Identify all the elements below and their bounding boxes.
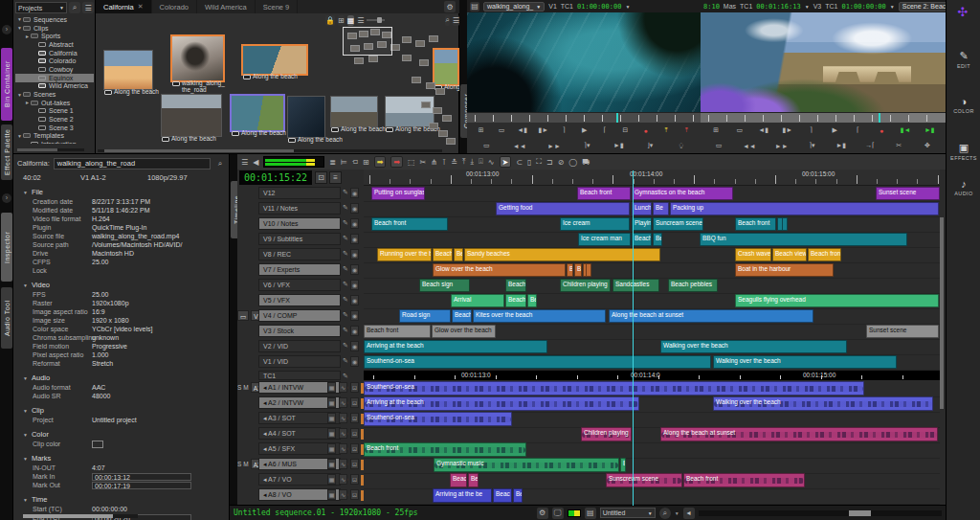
timeline-vscrollbar[interactable] [940,217,944,409]
timeline-clip[interactable]: Getting food [496,202,630,215]
toggle-display-icon[interactable]: ▭ [497,126,506,134]
display-chip-icon[interactable]: ▤ [585,508,596,519]
keyframe-icon[interactable]: ⊡ [350,428,359,439]
collapse-triangle-icon[interactable]: ▼ [23,497,28,503]
timeline-clip[interactable]: Be [527,294,537,307]
to-bottom-icon[interactable]: ⤓ [470,157,474,167]
track-monitor-icon[interactable]: ◉ [350,249,359,260]
timeline-clip[interactable]: Sandcastles [612,279,659,292]
clip-thumbnail[interactable]: Along the beach [287,96,325,138]
search-icon[interactable]: ⌕ [69,2,80,13]
mini-thumbnail[interactable] [402,36,412,43]
track-name-v2[interactable]: V2 / VID [258,340,341,352]
timeline-clip[interactable]: Kites over the beach [473,309,606,323]
timeline-timecode[interactable]: 00:01:15:22 [239,170,312,185]
dropdown-arrow-icon[interactable]: ▼ [625,4,630,10]
timeline-clip[interactable]: Suncream scene [653,217,703,231]
mini-thumbnail[interactable] [442,115,452,122]
clip-color-swatch[interactable] [92,441,103,448]
timeline-clip[interactable]: Gymnastic music [434,458,619,472]
timeline-clips-area[interactable]: Putting on sunglasBeach frontGymnastics … [364,186,940,506]
splice-in-icon[interactable]: ⤒ [661,126,671,134]
pencil-icon[interactable]: ✎ [343,219,348,227]
settings-grid-icon[interactable]: ⊞ [477,126,486,134]
thumb-view-icon[interactable]: ▦ [347,15,355,26]
timeline-clip[interactable]: Be [653,202,669,215]
fastforward-icon[interactable]: ►► [775,143,789,149]
record-icon[interactable]: ● [641,127,651,134]
timeline-clip[interactable]: Beach [505,279,526,292]
record-monitor-image[interactable] [701,12,946,112]
step-back-icon[interactable]: ◄▮ [517,126,527,134]
timeline-clip[interactable]: Road sign [399,309,451,323]
timeline-clip[interactable]: Walking over the beach [713,355,897,369]
timeline-clip[interactable]: Beach [452,309,472,323]
tree-item-abstract[interactable]: Abstract [15,40,94,49]
tree-item-scene-3[interactable]: Scene 3 [15,124,94,132]
clear-marks-icon[interactable]: ⌋▾ [645,142,655,149]
rail-tab-inspector[interactable]: Inspector [1,213,12,282]
audio-wave-icon[interactable]: ∿ [488,158,495,167]
avid-logo-icon[interactable]: ✣ [954,5,971,20]
collapse-toggle-icon[interactable]: › [2,25,11,34]
automation-icon[interactable]: ∿ [339,382,347,393]
mark-out-icon[interactable]: ⌉ [559,126,568,134]
pencil-icon[interactable]: ✎ [343,373,348,380]
segment-insert-icon[interactable]: ▯ [527,158,531,167]
workspace-effects[interactable]: ▣EFFECTS [947,142,980,161]
overwrite-icon[interactable]: ⤒ [681,126,691,134]
go-in-icon[interactable]: ▮◄ [901,126,911,134]
timeline-ruler[interactable]: 00:01:13:0000:01:14:0000:01:15:00 [364,170,940,186]
timeline-clip[interactable]: Be [468,473,479,487]
timeline-clip[interactable]: BBQ fun [700,233,907,246]
clip-thumbnail[interactable]: Along the beach [385,96,434,127]
mark-in-icon[interactable]: ⌈ [854,126,863,134]
waveform-toggle-icon[interactable]: ▦ [327,413,336,423]
step-forward-icon[interactable]: ▮► [782,126,792,134]
record-icon[interactable]: ● [877,127,886,134]
playhead[interactable] [633,170,634,506]
splice-in-icon[interactable]: ➡ [374,156,387,168]
menu-icon[interactable]: ☰ [82,2,94,13]
section-header[interactable]: ▼Marks [13,453,230,463]
tree-item-california[interactable]: California [15,49,94,57]
cut-icon[interactable]: ✂ [420,158,427,167]
search-icon[interactable]: ⌕ [659,508,671,519]
list-view-icon[interactable]: ☰ [357,15,364,26]
timeline-clip[interactable]: Arriving at the beach [364,340,547,353]
record-timecode[interactable]: 01:00:00:00 [841,3,885,11]
timeline-clip[interactable] [586,263,591,277]
timeline-clip[interactable]: Boat in the harbour [735,263,834,277]
go-out-icon[interactable]: ►▮ [924,126,935,134]
collapse-triangle-icon[interactable]: ▼ [23,375,28,381]
source-monitor-image[interactable] [467,12,701,112]
timeline-clip[interactable]: Arrival [451,294,504,307]
timeline-clip[interactable]: Along the beach at sunset [660,427,938,441]
tree-item-sports[interactable]: ►Sports [15,32,94,40]
no-tool-icon[interactable]: ⊘ [558,158,565,167]
tree-item-scenes[interactable]: ▼Scenes [15,90,94,99]
section-header[interactable]: ▼Time [13,494,230,505]
search-icon[interactable]: ⌕ [445,15,450,26]
timeline-clip[interactable]: Beac [493,488,512,503]
automation-icon[interactable]: ∿ [339,413,347,423]
tree-item-sequences[interactable]: ▼Sequences [15,15,94,24]
tree-item-out-takes[interactable]: ►Out-takes [15,99,94,107]
track-name-v6[interactable]: V6 / VFX [258,279,341,291]
collapse-triangle-icon[interactable]: ▼ [23,190,28,195]
timeline-clip[interactable]: Beach front [364,325,431,338]
track-name-v7[interactable]: V7 / Experts [258,263,341,276]
timeline-clip[interactable]: Beach [505,294,526,307]
timeline-clip[interactable]: Be [574,263,582,277]
step-forward-icon[interactable]: ▮► [538,126,548,134]
dropdown-arrow-icon[interactable]: ▼ [805,4,810,10]
timeline-clip[interactable]: B [567,263,573,277]
meter-chip[interactable] [568,509,581,517]
timeline-clip[interactable]: Southend-on-sea [364,355,711,369]
search-icon[interactable]: ⌕ [214,158,226,170]
property-value[interactable]: 00:00:13:12 [92,473,191,481]
projects-hscrollbar[interactable] [17,148,84,151]
motion-icon[interactable]: ⛟ [582,158,590,167]
timeline-clip[interactable]: Beach front [371,217,448,231]
mini-thumbnail[interactable] [426,82,435,89]
